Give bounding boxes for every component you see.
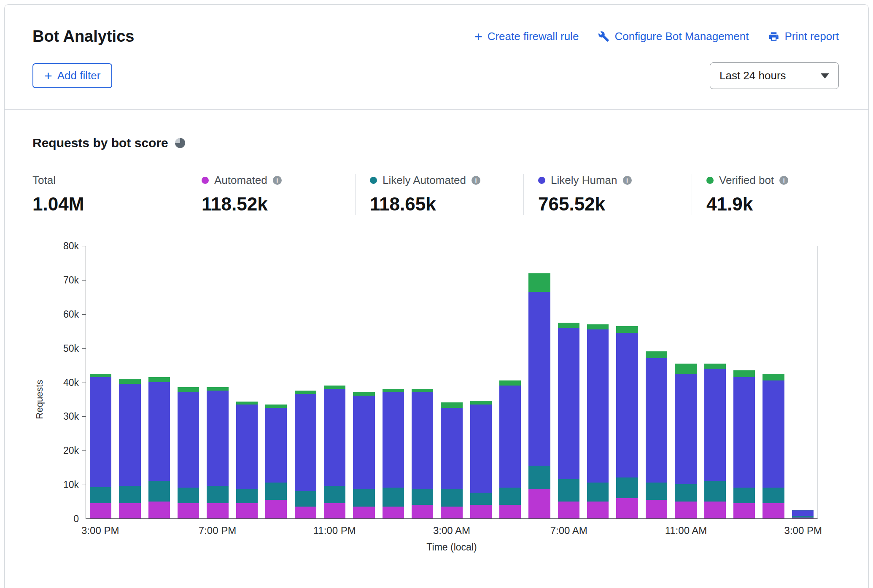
bar-slot bbox=[583, 246, 612, 518]
bar-segment-automated bbox=[499, 505, 521, 518]
stacked-bar[interactable] bbox=[148, 246, 170, 518]
bar-slot bbox=[525, 246, 554, 518]
bar-segment-likely_automated bbox=[763, 488, 784, 503]
bar-slot bbox=[232, 246, 261, 518]
bar-segment-likely_automated bbox=[441, 489, 462, 506]
stacked-bar[interactable] bbox=[178, 246, 199, 518]
requests-chart: Requests 010k20k30k40k50k60k70k80k 3:00 … bbox=[31, 246, 818, 553]
bar-segment-likely_human bbox=[792, 510, 814, 516]
bar-segment-likely_automated bbox=[295, 491, 316, 506]
bot-analytics-page: Bot Analytics + Create firewall rule Con… bbox=[0, 0, 873, 588]
bar-segment-verified_bot bbox=[470, 401, 492, 404]
stacked-bar[interactable] bbox=[324, 246, 345, 518]
bar-segment-likely_human bbox=[528, 292, 550, 466]
y-tick-label: 50k bbox=[63, 343, 79, 354]
y-tick-mark bbox=[82, 519, 86, 519]
bar-segment-likely_human bbox=[558, 328, 579, 479]
bar-segment-likely_automated bbox=[324, 486, 345, 503]
info-icon[interactable]: i bbox=[623, 176, 632, 185]
bar-segment-automated bbox=[236, 503, 258, 518]
bar-segment-automated bbox=[119, 503, 140, 518]
stacked-bar[interactable] bbox=[441, 246, 462, 518]
x-axis-title: Time (local) bbox=[86, 542, 818, 553]
bar-segment-automated bbox=[207, 503, 228, 518]
y-tick-label: 0 bbox=[73, 513, 79, 525]
info-icon[interactable]: i bbox=[472, 176, 480, 185]
print-report-link[interactable]: Print report bbox=[768, 30, 839, 43]
bar-slot bbox=[174, 246, 203, 518]
x-tick-label: 3:00 PM bbox=[81, 525, 119, 537]
bar-slot bbox=[320, 246, 349, 518]
create-firewall-rule-link[interactable]: + Create firewall rule bbox=[474, 30, 579, 43]
bar-slot bbox=[466, 246, 496, 518]
bar-segment-verified_bot bbox=[616, 326, 638, 333]
bar-segment-verified_bot bbox=[441, 402, 462, 407]
configure-bot-management-link[interactable]: Configure Bot Management bbox=[598, 30, 749, 43]
y-axis-title: Requests bbox=[34, 380, 45, 419]
bar-segment-automated bbox=[675, 502, 696, 518]
stacked-bar[interactable] bbox=[616, 246, 638, 518]
bar-segment-automated bbox=[353, 507, 375, 518]
y-tick-mark bbox=[82, 416, 86, 417]
x-tick-label: 7:00 AM bbox=[550, 525, 587, 537]
stacked-bar[interactable] bbox=[528, 246, 550, 518]
stacked-bar[interactable] bbox=[587, 246, 609, 518]
print-report-label: Print report bbox=[784, 30, 839, 43]
stacked-bar[interactable] bbox=[499, 246, 521, 518]
bar-segment-verified_bot bbox=[704, 364, 726, 369]
stacked-bar[interactable] bbox=[763, 246, 784, 518]
stacked-bar[interactable] bbox=[295, 246, 316, 518]
stat-total-value: 1.04M bbox=[32, 194, 187, 215]
stacked-bar[interactable] bbox=[558, 246, 579, 518]
bar-slot bbox=[115, 246, 144, 518]
stacked-bar[interactable] bbox=[675, 246, 696, 518]
stacked-bar[interactable] bbox=[412, 246, 433, 518]
bar-segment-likely_human bbox=[119, 384, 140, 486]
stacked-bar[interactable] bbox=[704, 246, 726, 518]
y-tick-label: 60k bbox=[63, 309, 79, 320]
stacked-bar[interactable] bbox=[353, 246, 375, 518]
stacked-bar[interactable] bbox=[265, 246, 287, 518]
time-range-select[interactable]: Last 24 hours bbox=[710, 62, 839, 89]
bar-segment-automated bbox=[90, 503, 111, 518]
bar-slot bbox=[379, 246, 408, 518]
bar-segment-verified_bot bbox=[558, 323, 579, 328]
bar-segment-likely_human bbox=[90, 377, 111, 487]
stat-automated: Automated i 118.52k bbox=[187, 174, 355, 215]
bar-segment-automated bbox=[587, 502, 609, 518]
printer-icon bbox=[768, 31, 779, 42]
legend-dot-automated bbox=[202, 177, 209, 184]
stacked-bar[interactable] bbox=[236, 246, 258, 518]
stacked-bar[interactable] bbox=[207, 246, 228, 518]
stacked-bar[interactable] bbox=[792, 246, 814, 518]
add-filter-button[interactable]: + Add filter bbox=[32, 63, 112, 88]
bar-segment-verified_bot bbox=[733, 370, 755, 377]
stacked-bar[interactable] bbox=[646, 246, 667, 518]
plot-outer: 010k20k30k40k50k60k70k80k bbox=[86, 246, 818, 519]
stacked-bar[interactable] bbox=[383, 246, 404, 518]
bar-slot bbox=[671, 246, 700, 518]
x-tick-label: 3:00 PM bbox=[784, 525, 822, 537]
bar-segment-automated bbox=[295, 507, 316, 518]
bar-segment-verified_bot bbox=[207, 387, 228, 391]
bar-segment-likely_human bbox=[675, 374, 696, 484]
stacked-bar[interactable] bbox=[470, 246, 492, 518]
bar-segment-likely_human bbox=[587, 329, 609, 483]
bar-segment-automated bbox=[441, 507, 462, 518]
stacked-bar[interactable] bbox=[733, 246, 755, 518]
stacked-bar[interactable] bbox=[90, 246, 111, 518]
bar-segment-likely_automated bbox=[675, 484, 696, 501]
bar-segment-likely_human bbox=[704, 369, 726, 481]
toolbar: + Add filter Last 24 hours bbox=[5, 46, 868, 109]
x-tick-label: 7:00 PM bbox=[199, 525, 236, 537]
stat-likely-automated: Likely Automated i 118.65k bbox=[355, 174, 523, 215]
plot-area bbox=[86, 246, 818, 519]
bar-segment-likely_automated bbox=[383, 488, 404, 506]
info-icon[interactable]: i bbox=[779, 176, 788, 185]
bar-segment-likely_human bbox=[383, 392, 404, 488]
bar-slot bbox=[145, 246, 174, 518]
stacked-bar[interactable] bbox=[119, 246, 140, 518]
info-icon[interactable]: i bbox=[273, 176, 282, 185]
bar-segment-likely_automated bbox=[412, 489, 433, 504]
bar-segment-verified_bot bbox=[587, 324, 609, 329]
